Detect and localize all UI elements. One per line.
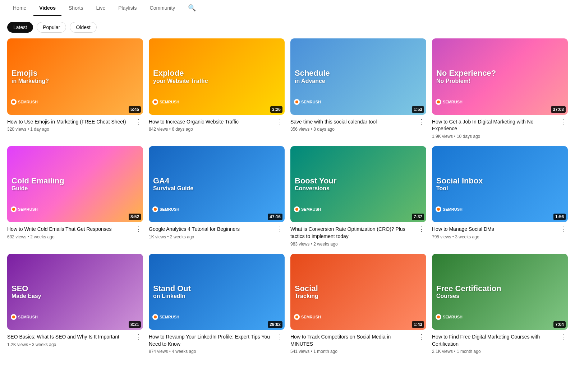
video-meta: How to Use Emojis in Marketing (FREE Che… — [7, 118, 131, 132]
video-title: How to Increase Organic Website Traffic — [149, 118, 272, 126]
video-meta: What is Conversion Rate Optimization (CR… — [290, 226, 414, 246]
more-options-button[interactable]: ⋮ — [134, 118, 143, 126]
semrush-logo: SEMRUSH — [294, 206, 321, 212]
semrush-logo: SEMRUSH — [436, 206, 463, 212]
video-meta: Google Analytics 4 Tutorial for Beginner… — [149, 226, 272, 239]
more-options-button[interactable]: ⋮ — [417, 225, 426, 233]
more-options-button[interactable]: ⋮ — [417, 118, 426, 126]
semrush-logo: SEMRUSH — [152, 206, 179, 212]
video-info: Google Analytics 4 Tutorial for Beginner… — [149, 226, 285, 239]
video-info: What is Conversion Rate Optimization (CR… — [290, 226, 426, 246]
video-stats: 320 views • 1 day ago — [7, 127, 131, 132]
video-stats: 2.1K views • 1 month ago — [432, 349, 556, 354]
video-meta: How to Manage Social DMs 795 views • 3 w… — [432, 226, 556, 239]
video-info: SEO Basics: What Is SEO and Why Is It Im… — [7, 333, 143, 347]
semrush-logo: SEMRUSH — [152, 314, 179, 320]
video-thumbnail: GA4 Survival Guide SEMRUSH 47:16 — [149, 146, 285, 223]
more-options-button[interactable]: ⋮ — [558, 118, 568, 126]
video-title: Save time with this social calendar tool — [290, 118, 414, 126]
video-card[interactable]: No Experience? No Problem! SEMRUSH 37:03… — [432, 38, 568, 139]
more-options-button[interactable]: ⋮ — [417, 333, 426, 341]
video-thumbnail: Stand Out on LinkedIn SEMRUSH 29:02 — [149, 254, 285, 330]
video-stats: 842 views • 6 days ago — [149, 127, 272, 132]
more-options-button[interactable]: ⋮ — [558, 333, 568, 341]
video-title: SEO Basics: What Is SEO and Why Is It Im… — [7, 333, 131, 341]
video-thumbnail: Free Certification Courses SEMRUSH 7:04 — [432, 254, 568, 330]
semrush-icon — [152, 314, 158, 320]
video-info: How to Manage Social DMs 795 views • 3 w… — [432, 226, 568, 239]
semrush-logo: SEMRUSH — [11, 206, 38, 212]
video-info: How to Revamp Your LinkedIn Profile: Exp… — [149, 333, 285, 354]
video-stats: 795 views • 3 weeks ago — [432, 234, 556, 239]
video-card[interactable]: SEO Made Easy SEMRUSH 8:21 SEO Basics: W… — [7, 254, 143, 354]
video-title: How to Use Emojis in Marketing (FREE Che… — [7, 118, 131, 126]
video-card[interactable]: Stand Out on LinkedIn SEMRUSH 29:02 How … — [149, 254, 285, 354]
nav-live[interactable]: Live — [90, 0, 111, 16]
nav-videos[interactable]: Videos — [33, 0, 61, 16]
video-stats: 874 views • 4 weeks ago — [149, 349, 272, 354]
video-title: How to Track Competitors on Social Media… — [290, 333, 414, 347]
more-options-button[interactable]: ⋮ — [275, 118, 285, 126]
video-title: Google Analytics 4 Tutorial for Beginner… — [149, 226, 272, 233]
video-card[interactable]: Social Tracking SEMRUSH 1:43 How to Trac… — [290, 254, 426, 354]
video-card[interactable]: Emojis in Marketing? SEMRUSH 5:45 How to… — [7, 38, 143, 139]
video-card[interactable]: Social Inbox Tool SEMRUSH 1:56 How to Ma… — [432, 146, 568, 247]
semrush-icon — [294, 99, 300, 105]
video-thumbnail: No Experience? No Problem! SEMRUSH 37:03 — [432, 38, 568, 115]
video-stats: 632 views • 2 weeks ago — [7, 234, 131, 239]
video-thumbnail: Schedule in Advance SEMRUSH 1:53 — [290, 38, 426, 115]
video-thumbnail: Emojis in Marketing? SEMRUSH 5:45 — [7, 38, 143, 115]
filter-latest[interactable]: Latest — [7, 22, 33, 33]
video-meta: How to Write Cold Emails That Get Respon… — [7, 226, 131, 239]
duration-badge: 47:16 — [268, 214, 282, 220]
video-card[interactable]: Schedule in Advance SEMRUSH 1:53 Save ti… — [290, 38, 426, 139]
filter-oldest[interactable]: Oldest — [70, 22, 96, 33]
video-title: How to Manage Social DMs — [432, 226, 556, 233]
duration-badge: 3:26 — [270, 106, 282, 113]
video-stats: 983 views • 2 weeks ago — [290, 242, 414, 247]
nav-community[interactable]: Community — [144, 0, 181, 16]
video-card[interactable]: Cold Emailing Guide SEMRUSH 8:52 How to … — [7, 146, 143, 247]
duration-badge: 7:37 — [412, 214, 424, 220]
duration-badge: 5:45 — [129, 106, 141, 113]
nav-shorts[interactable]: Shorts — [63, 0, 89, 16]
search-button[interactable]: 🔍 — [188, 4, 196, 12]
video-thumbnail: Boost Your Conversions SEMRUSH 7:37 — [290, 146, 426, 223]
video-meta: How to Track Competitors on Social Media… — [290, 333, 414, 354]
video-meta: SEO Basics: What Is SEO and Why Is It Im… — [7, 333, 131, 347]
duration-badge: 7:04 — [553, 321, 566, 328]
video-card[interactable]: GA4 Survival Guide SEMRUSH 47:16 Google … — [149, 146, 285, 247]
semrush-icon — [294, 314, 300, 320]
more-options-button[interactable]: ⋮ — [134, 225, 143, 233]
video-card[interactable]: Boost Your Conversions SEMRUSH 7:37 What… — [290, 146, 426, 247]
video-title: How to Revamp Your LinkedIn Profile: Exp… — [149, 333, 272, 347]
duration-badge: 1:56 — [553, 214, 566, 220]
semrush-logo: SEMRUSH — [436, 99, 463, 105]
duration-badge: 29:02 — [268, 321, 282, 328]
filter-popular[interactable]: Popular — [37, 22, 66, 33]
more-options-button[interactable]: ⋮ — [558, 225, 568, 233]
semrush-logo: SEMRUSH — [436, 314, 463, 320]
duration-badge: 1:53 — [412, 106, 424, 113]
semrush-icon — [11, 99, 17, 105]
semrush-logo: SEMRUSH — [11, 99, 38, 105]
video-title: How to Write Cold Emails That Get Respon… — [7, 226, 131, 233]
video-card[interactable]: Free Certification Courses SEMRUSH 7:04 … — [432, 254, 568, 354]
more-options-button[interactable]: ⋮ — [275, 225, 285, 233]
more-options-button[interactable]: ⋮ — [275, 333, 285, 341]
more-options-button[interactable]: ⋮ — [134, 333, 143, 341]
semrush-icon — [152, 206, 158, 212]
video-info: How to Write Cold Emails That Get Respon… — [7, 226, 143, 239]
video-stats: 356 views • 8 days ago — [290, 127, 414, 132]
nav-home[interactable]: Home — [7, 0, 32, 16]
nav-playlists[interactable]: Playlists — [112, 0, 142, 16]
video-thumbnail: Social Tracking SEMRUSH 1:43 — [290, 254, 426, 330]
video-thumbnail: Social Inbox Tool SEMRUSH 1:56 — [432, 146, 568, 223]
video-card[interactable]: Explode your Website Traffic SEMRUSH 3:2… — [149, 38, 285, 139]
semrush-icon — [152, 99, 158, 105]
video-title: What is Conversion Rate Optimization (CR… — [290, 226, 414, 240]
video-meta: How to Get a Job In Digital Marketing wi… — [432, 118, 556, 139]
video-info: Save time with this social calendar tool… — [290, 118, 426, 132]
video-thumbnail: SEO Made Easy SEMRUSH 8:21 — [7, 254, 143, 330]
video-title: How to Find Free Digital Marketing Cours… — [432, 333, 556, 347]
